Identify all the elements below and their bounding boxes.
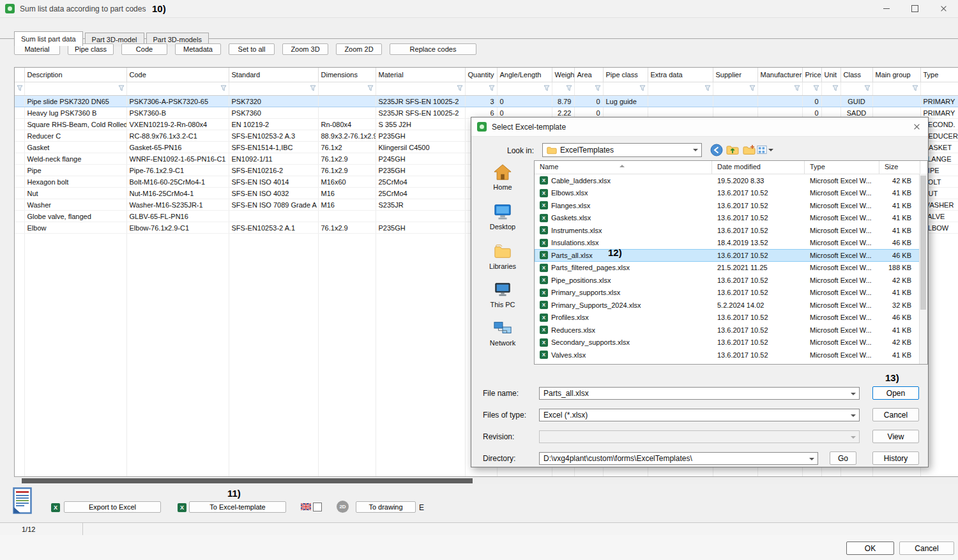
column-filter-icon[interactable]	[229, 82, 318, 96]
file-row[interactable]: XGaskets.xlsx13.6.2017 10.52Microsoft Ex…	[535, 212, 927, 225]
grid-column-header-class[interactable]: Class	[840, 68, 872, 82]
file-name: Elbows.xlsx	[551, 189, 588, 197]
grid-column-header-material[interactable]: Material	[376, 68, 465, 82]
place-desktop[interactable]: Desktop	[472, 203, 533, 231]
uk-flag-icon[interactable]	[301, 503, 311, 512]
file-row[interactable]: XParts_filtered_pages.xlsx21.5.2021 11.2…	[535, 262, 927, 275]
column-filter-icon[interactable]	[552, 82, 574, 96]
column-filter-icon[interactable]	[574, 82, 603, 96]
place-home[interactable]: Home	[472, 163, 533, 191]
grid-column-header-type[interactable]: Type	[920, 68, 958, 82]
open-button[interactable]: Open	[872, 386, 919, 400]
file-row[interactable]: XParts_all.xlsx13.6.2017 10.52Microsoft …	[535, 249, 927, 262]
file-row[interactable]: XElbows.xlsx13.6.2017 10.52Microsoft Exc…	[535, 187, 927, 200]
to-drawing-button[interactable]: To drawing	[356, 501, 416, 513]
column-filter-icon[interactable]	[318, 82, 376, 96]
column-filter-icon[interactable]	[126, 82, 229, 96]
minimize-button[interactable]	[872, 0, 901, 17]
place-this-pc[interactable]: This PC	[472, 281, 533, 308]
column-filter-icon[interactable]	[497, 82, 552, 96]
grid-column-header-weight[interactable]: Weight	[552, 68, 574, 82]
new-folder-icon[interactable]	[742, 143, 756, 156]
grid-column-header-description[interactable]: Description	[24, 68, 126, 82]
grid-column-header-angle-length[interactable]: Angle/Length	[497, 68, 552, 82]
2d-icon[interactable]: 2D	[337, 501, 349, 513]
column-filter-icon[interactable]	[603, 82, 648, 96]
directory-combobox[interactable]: D:\vxg4plant\custom\forms\ExcelTemplates…	[539, 452, 818, 465]
file-list-column-type[interactable]: Type	[805, 161, 879, 174]
dialog-cancel-button[interactable]: Cancel	[872, 408, 919, 421]
file-row[interactable]: XProfiles.xlsx13.6.2017 10.52Microsoft E…	[535, 312, 927, 324]
column-filter-icon[interactable]	[821, 82, 840, 96]
file-list-column-size[interactable]: Size	[879, 161, 920, 174]
view-menu-icon[interactable]	[757, 143, 773, 156]
file-row[interactable]: XInstruments.xlsx13.6.2017 10.52Microsof…	[535, 224, 927, 237]
dialog-close-icon[interactable]	[913, 123, 920, 130]
column-filter-icon[interactable]	[648, 82, 713, 96]
column-filter-icon[interactable]	[15, 82, 24, 96]
zoom-3d-button[interactable]: Zoom 3D	[282, 43, 328, 55]
grid-column-header-price[interactable]: Price	[802, 68, 821, 82]
grid-column-header-unit[interactable]: Unit	[821, 68, 840, 82]
history-button[interactable]: History	[872, 451, 919, 465]
column-filter-icon[interactable]	[802, 82, 821, 96]
file-row[interactable]: XCable_ladders.xlsx19.5.2020 8.33Microso…	[535, 174, 927, 187]
place-network[interactable]: Network	[472, 319, 533, 347]
maximize-button[interactable]	[901, 0, 929, 17]
file-list-scrollbar[interactable]	[919, 174, 927, 364]
export-to-excel-button[interactable]: Export to Excel	[64, 501, 161, 513]
go-button[interactable]: Go	[830, 451, 856, 465]
view-button[interactable]: View	[872, 430, 919, 443]
file-row[interactable]: XReducers.xlsx13.6.2017 10.52Microsoft E…	[535, 324, 927, 337]
horizontal-scrollbar[interactable]	[14, 478, 958, 484]
file-row[interactable]: XInsulations.xlsx18.4.2019 13.52Microsof…	[535, 237, 927, 250]
code-button[interactable]: Code	[121, 43, 167, 55]
grid-column-header-supplier[interactable]: Supplier	[713, 68, 757, 82]
file-list-column-date-modified[interactable]: Date modified	[712, 161, 805, 174]
grid-column-header-extra-data[interactable]: Extra data	[648, 68, 713, 82]
grid-column-header-pipe-class[interactable]: Pipe class	[603, 68, 648, 82]
grid-row[interactable]: Pipe slide PSK7320 DN65PSK7306-A-PSK7320…	[15, 96, 958, 107]
file-row[interactable]: XPrimary_supports.xlsx13.6.2017 10.52Mic…	[535, 287, 927, 299]
cancel-button[interactable]: Cancel	[899, 541, 954, 555]
back-icon[interactable]	[710, 143, 723, 156]
language-checkbox[interactable]	[313, 503, 322, 511]
column-filter-icon[interactable]	[920, 82, 958, 96]
look-in-combobox[interactable]: ExcelTemplates	[542, 143, 702, 157]
grid-column-header-area[interactable]: Area	[574, 68, 603, 82]
metadata-button[interactable]: Metadata	[175, 43, 221, 55]
column-filter-icon[interactable]	[713, 82, 757, 96]
file-list[interactable]: NameDate modifiedTypeSize XCable_ladders…	[534, 160, 928, 365]
grid-column-header-standard[interactable]: Standard	[229, 68, 318, 82]
files-of-type-combobox[interactable]: Excel (*.xlsx)	[539, 409, 860, 421]
grid-column-header-main-group[interactable]: Main group	[872, 68, 920, 82]
column-filter-icon[interactable]	[376, 82, 465, 96]
up-one-level-icon[interactable]	[726, 143, 739, 156]
minimize-icon	[883, 8, 890, 9]
set-to-all-button[interactable]: Set to all	[229, 43, 275, 55]
column-filter-icon[interactable]	[24, 82, 126, 96]
horizontal-scrollbar-thumb[interactable]	[22, 478, 473, 483]
to-excel-template-button[interactable]: To Excel-template	[189, 501, 286, 513]
replace-codes-button[interactable]: Replace codes	[390, 43, 476, 55]
file-name-combobox[interactable]: Parts_all.xlsx	[539, 387, 860, 400]
column-filter-icon[interactable]	[465, 82, 497, 96]
place-libraries[interactable]: Libraries	[472, 243, 533, 270]
file-row[interactable]: XValves.xlsx13.6.2017 10.52Microsoft Exc…	[535, 349, 927, 361]
zoom-2d-button[interactable]: Zoom 2D	[336, 43, 382, 55]
file-row[interactable]: XSecondary_supports.xlsx13.6.2017 10.52M…	[535, 337, 927, 349]
column-filter-icon[interactable]	[840, 82, 872, 96]
grid-column-header-code[interactable]: Code	[126, 68, 229, 82]
file-row[interactable]: XPipe_positions.xlsx13.6.2017 10.52Micro…	[535, 274, 927, 287]
ok-button[interactable]: OK	[846, 541, 894, 555]
column-filter-icon[interactable]	[757, 82, 802, 96]
file-list-scrollbar-thumb[interactable]	[920, 176, 926, 310]
file-row[interactable]: XPrimary_Supports_2024.xlsx5.2.2024 14.0…	[535, 299, 927, 312]
grid-column-header-manufacturer[interactable]: Manufacturer	[757, 68, 802, 82]
grid-column-header-dimensions[interactable]: Dimensions	[318, 68, 376, 82]
close-button[interactable]	[929, 0, 958, 17]
file-row[interactable]: XFlanges.xlsx13.6.2017 10.52Microsoft Ex…	[535, 199, 927, 212]
grid-column-header-quantity[interactable]: Quantity	[465, 68, 497, 82]
column-filter-icon[interactable]	[872, 82, 920, 96]
tab-sum-list-part-data[interactable]: Sum list part data	[14, 31, 83, 46]
